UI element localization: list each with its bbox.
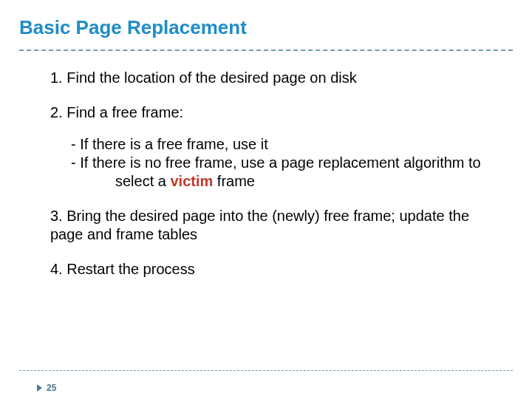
page-number: 25 <box>37 383 56 393</box>
footer-divider <box>19 370 513 371</box>
step-2: 2. Find a free frame: - If there is a fr… <box>50 103 502 191</box>
slide-title: Basic Page Replacement <box>0 0 532 50</box>
slide-content: 1. Find the location of the desired page… <box>0 51 532 279</box>
step-2b-cont: select a victim frame <box>71 172 502 191</box>
page-number-value: 25 <box>47 383 56 393</box>
step-2-sublist: - If there is a free frame, use it - If … <box>50 135 502 191</box>
step-3: 3. Bring the desired page into the (newl… <box>50 207 502 244</box>
victim-word: victim <box>170 173 213 189</box>
step-2b-tail: frame <box>213 173 255 189</box>
step-2-text: 2. Find a free frame: <box>50 104 183 120</box>
step-1: 1. Find the location of the desired page… <box>50 69 502 87</box>
step-4: 4. Restart the process <box>50 260 502 279</box>
step-2a: - If there is a free frame, use it <box>71 135 502 154</box>
step-2b: - If there is no free frame, use a page … <box>71 154 502 172</box>
page-arrow-icon <box>37 384 42 392</box>
step-2b-pre: select a <box>115 173 170 189</box>
